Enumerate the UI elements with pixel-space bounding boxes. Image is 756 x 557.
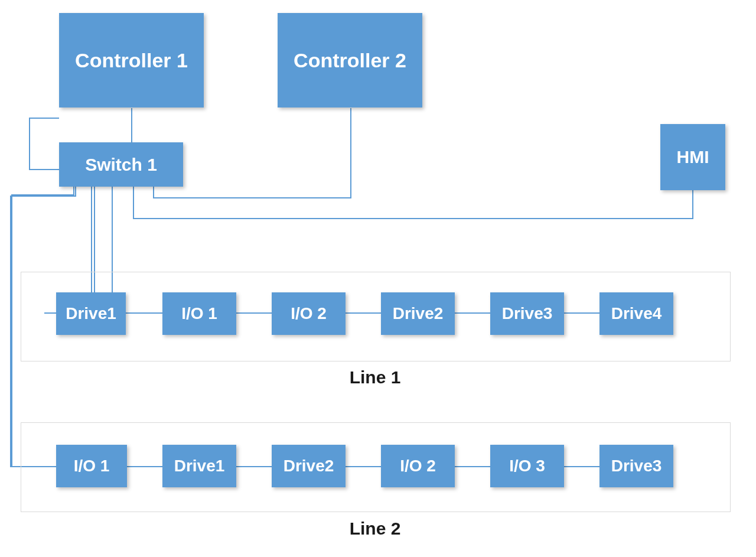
node-label: Drive1	[66, 304, 116, 323]
node-label: I/O 2	[291, 304, 327, 323]
node-hmi: HMI	[660, 124, 725, 190]
node-label: Controller 2	[294, 49, 406, 72]
node-label: Drive3	[502, 304, 553, 323]
node-label: Controller 1	[75, 49, 188, 72]
node-label: I/O 1	[74, 457, 110, 475]
node-l2-drive3: Drive3	[599, 445, 673, 487]
node-label: I/O 2	[400, 457, 436, 475]
node-l1-drive4: Drive4	[599, 292, 673, 335]
node-controller-1: Controller 1	[59, 13, 204, 108]
node-label: Drive2	[393, 304, 444, 323]
diagram-stage: Controller 1 Controller 2 Switch 1 HMI D…	[0, 0, 756, 557]
node-label: Drive3	[611, 457, 662, 475]
node-l2-io2: I/O 2	[381, 445, 455, 487]
node-l1-drive1: Drive1	[56, 292, 126, 335]
node-switch-1: Switch 1	[59, 142, 183, 187]
node-l2-drive2: Drive2	[272, 445, 346, 487]
node-label: Switch 1	[85, 155, 157, 175]
node-l1-drive3: Drive3	[490, 292, 564, 335]
node-label: HMI	[677, 147, 709, 167]
node-label: Drive4	[611, 304, 662, 323]
node-label: I/O 1	[181, 304, 217, 323]
node-label: Drive2	[284, 457, 334, 475]
node-l2-io1: I/O 1	[56, 445, 127, 487]
node-l2-drive1: Drive1	[162, 445, 236, 487]
node-l2-io3: I/O 3	[490, 445, 564, 487]
group-label-line-1: Line 1	[21, 367, 729, 387]
node-controller-2: Controller 2	[278, 13, 422, 108]
node-l1-io2: I/O 2	[272, 292, 346, 335]
node-l1-io1: I/O 1	[162, 292, 236, 335]
node-label: I/O 3	[509, 457, 545, 475]
group-label-line-2: Line 2	[21, 519, 729, 539]
node-label: Drive1	[174, 457, 225, 475]
node-l1-drive2: Drive2	[381, 292, 455, 335]
